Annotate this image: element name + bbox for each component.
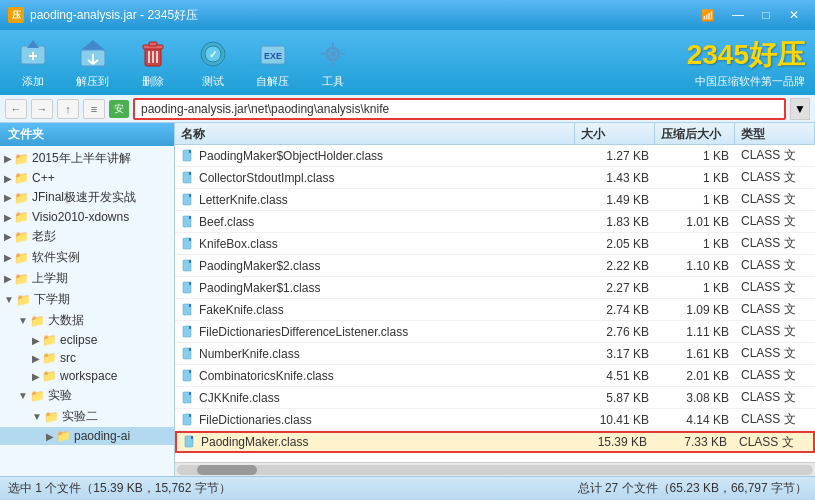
file-size-cell: 10.41 KB bbox=[575, 409, 655, 430]
folder-icon: 📁 bbox=[14, 230, 29, 244]
forward-button[interactable]: → bbox=[31, 99, 53, 119]
file-compressed-cell: 2.01 KB bbox=[655, 365, 735, 386]
self-extract-button[interactable]: EXE 自解压 bbox=[250, 36, 295, 89]
table-row[interactable]: FakeKnife.class 2.74 KB 1.09 KB CLASS 文 bbox=[175, 299, 815, 321]
header-size: 大小 bbox=[575, 123, 655, 146]
tree-item[interactable]: ▶📁上学期 bbox=[0, 268, 174, 289]
file-name-cell: LetterKnife.class bbox=[175, 189, 575, 210]
table-row[interactable]: PaodingMaker$ObjectHolder.class 1.27 KB … bbox=[175, 145, 815, 167]
file-name-cell: FileDictionariesDifferenceListener.class bbox=[175, 321, 575, 342]
tree-label: 实验 bbox=[48, 387, 72, 404]
back-button[interactable]: ← bbox=[5, 99, 27, 119]
table-row[interactable]: NumberKnife.class 3.17 KB 1.61 KB CLASS … bbox=[175, 343, 815, 365]
table-row[interactable]: Beef.class 1.83 KB 1.01 KB CLASS 文 bbox=[175, 211, 815, 233]
add-button[interactable]: 添加 bbox=[10, 36, 55, 89]
table-row[interactable]: FileDictionaries.class 10.41 KB 4.14 KB … bbox=[175, 409, 815, 431]
file-icon bbox=[181, 303, 195, 317]
address-input[interactable] bbox=[133, 98, 786, 120]
tools-button[interactable]: 工具 bbox=[310, 36, 355, 89]
self-extract-icon: EXE bbox=[255, 36, 291, 72]
tree-expander: ▼ bbox=[18, 390, 28, 401]
table-row[interactable]: KnifeBox.class 2.05 KB 1 KB CLASS 文 bbox=[175, 233, 815, 255]
tree-label: 大数据 bbox=[48, 312, 84, 329]
toolbar: 添加 解压到 删除 bbox=[0, 30, 815, 95]
tree-item[interactable]: ▶📁2015年上半年讲解 bbox=[0, 148, 174, 169]
file-icon bbox=[183, 435, 197, 449]
tree-item[interactable]: ▶📁老彭 bbox=[0, 226, 174, 247]
tree-item[interactable]: ▶📁C++ bbox=[0, 169, 174, 187]
test-button[interactable]: ✓ 测试 bbox=[190, 36, 235, 89]
svg-point-21 bbox=[330, 51, 336, 57]
file-name-cell: CombinatoricsKnife.class bbox=[175, 365, 575, 386]
tree-label: 2015年上半年讲解 bbox=[32, 150, 131, 167]
tree-item[interactable]: ▶📁eclipse bbox=[0, 331, 174, 349]
add-label: 添加 bbox=[22, 74, 44, 89]
table-row[interactable]: CombinatoricsKnife.class 4.51 KB 2.01 KB… bbox=[175, 365, 815, 387]
file-size-cell: 15.39 KB bbox=[573, 433, 653, 451]
file-name-cell: KnifeBox.class bbox=[175, 233, 575, 254]
view-button[interactable]: ≡ bbox=[83, 99, 105, 119]
tree-item[interactable]: ▼📁大数据 bbox=[0, 310, 174, 331]
window-title: paoding-analysis.jar - 2345好压 bbox=[30, 7, 701, 24]
table-row[interactable]: CJKKnife.class 5.87 KB 3.08 KB CLASS 文 bbox=[175, 387, 815, 409]
table-row[interactable]: CollectorStdoutImpl.class 1.43 KB 1 KB C… bbox=[175, 167, 815, 189]
extract-button[interactable]: 解压到 bbox=[70, 36, 115, 89]
delete-button[interactable]: 删除 bbox=[130, 36, 175, 89]
file-compressed-cell: 3.08 KB bbox=[655, 387, 735, 408]
test-label: 测试 bbox=[202, 74, 224, 89]
file-name-cell: PaodingMaker$2.class bbox=[175, 255, 575, 276]
file-size-cell: 2.05 KB bbox=[575, 233, 655, 254]
tree-item[interactable]: ▶📁JFinal极速开发实战 bbox=[0, 187, 174, 208]
tree-item[interactable]: ▶📁paoding-ai bbox=[0, 427, 174, 445]
tree-label: workspace bbox=[60, 369, 117, 383]
delete-icon bbox=[135, 36, 171, 72]
horizontal-scrollbar[interactable] bbox=[175, 462, 815, 476]
table-row[interactable]: FileDictionariesDifferenceListener.class… bbox=[175, 321, 815, 343]
svg-marker-4 bbox=[81, 40, 105, 50]
tools-label: 工具 bbox=[322, 74, 344, 89]
tree-label: Visio2010-xdowns bbox=[32, 210, 129, 224]
brand-area: 2345好压 中国压缩软件第一品牌 bbox=[687, 36, 805, 89]
file-size-cell: 2.27 KB bbox=[575, 277, 655, 298]
window-controls: — □ ✕ bbox=[725, 5, 807, 25]
up-button[interactable]: ↑ bbox=[57, 99, 79, 119]
file-list: PaodingMaker$ObjectHolder.class 1.27 KB … bbox=[175, 145, 815, 462]
add-icon bbox=[15, 36, 51, 72]
tree-label: 老彭 bbox=[32, 228, 56, 245]
maximize-button[interactable]: □ bbox=[753, 5, 779, 25]
file-compressed-cell: 1.01 KB bbox=[655, 211, 735, 232]
tree-expander: ▶ bbox=[4, 192, 12, 203]
tree-item[interactable]: ▼📁实验 bbox=[0, 385, 174, 406]
svg-rect-52 bbox=[189, 326, 191, 329]
scrollbar-thumb[interactable] bbox=[197, 465, 257, 475]
table-row[interactable]: PaodingMaker.class 15.39 KB 7.33 KB CLAS… bbox=[175, 431, 815, 453]
table-row[interactable]: PaodingMaker$2.class 2.22 KB 1.10 KB CLA… bbox=[175, 255, 815, 277]
tree-expander: ▶ bbox=[4, 252, 12, 263]
file-compressed-cell: 1 KB bbox=[655, 233, 735, 254]
tree-item[interactable]: ▼📁下学期 bbox=[0, 289, 174, 310]
address-dropdown[interactable]: ▼ bbox=[790, 98, 810, 120]
file-icon bbox=[181, 369, 195, 383]
file-compressed-cell: 1.61 KB bbox=[655, 343, 735, 364]
table-row[interactable]: LetterKnife.class 1.49 KB 1 KB CLASS 文 bbox=[175, 189, 815, 211]
tree-item[interactable]: ▶📁workspace bbox=[0, 367, 174, 385]
header-compressed: 压缩后大小 bbox=[655, 123, 735, 146]
brand-logo: 2345好压 bbox=[687, 36, 805, 74]
file-icon bbox=[181, 259, 195, 273]
file-size-cell: 5.87 KB bbox=[575, 387, 655, 408]
tree-item[interactable]: ▼📁实验二 bbox=[0, 406, 174, 427]
file-size-cell: 2.22 KB bbox=[575, 255, 655, 276]
file-compressed-cell: 1 KB bbox=[655, 189, 735, 210]
file-compressed-cell: 1 KB bbox=[655, 145, 735, 166]
panel-header: 文件夹 bbox=[0, 123, 174, 146]
tree-label: JFinal极速开发实战 bbox=[32, 189, 136, 206]
close-button[interactable]: ✕ bbox=[781, 5, 807, 25]
file-icon bbox=[181, 325, 195, 339]
svg-rect-49 bbox=[189, 304, 191, 307]
tree-item[interactable]: ▶📁软件实例 bbox=[0, 247, 174, 268]
tree-item[interactable]: ▶📁src bbox=[0, 349, 174, 367]
minimize-button[interactable]: — bbox=[725, 5, 751, 25]
table-row[interactable]: PaodingMaker$1.class 2.27 KB 1 KB CLASS … bbox=[175, 277, 815, 299]
test-icon: ✓ bbox=[195, 36, 231, 72]
tree-item[interactable]: ▶📁Visio2010-xdowns bbox=[0, 208, 174, 226]
